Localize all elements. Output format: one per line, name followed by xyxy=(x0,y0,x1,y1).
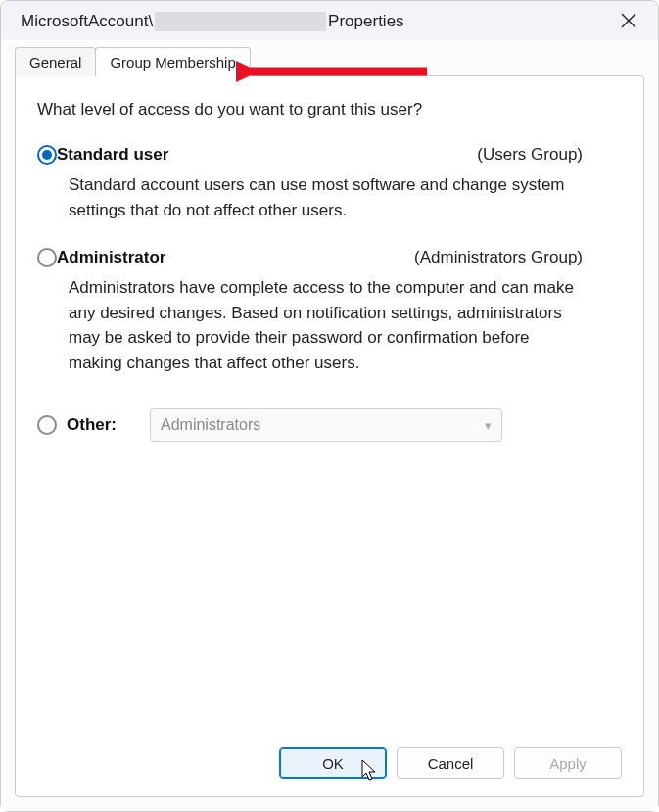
other-selected-value: Administrators xyxy=(161,416,260,434)
titlebar: MicrosoftAccount\ Properties xyxy=(1,1,658,40)
option-other: Other: Administrators ▾ xyxy=(37,408,622,442)
option-row: Standard user (Users Group) xyxy=(37,145,622,165)
radio-other[interactable] xyxy=(37,415,57,435)
close-icon xyxy=(621,13,636,28)
ok-button[interactable]: OK xyxy=(279,747,387,779)
tab-group-membership[interactable]: Group Membership xyxy=(95,47,250,77)
cancel-button[interactable]: Cancel xyxy=(397,747,504,779)
account-name-redacted xyxy=(155,12,326,31)
standard-user-description: Standard account users can use most soft… xyxy=(69,172,578,222)
administrator-group: (Administrators Group) xyxy=(414,248,622,267)
radio-administrator[interactable] xyxy=(37,248,57,267)
administrator-label: Administrator xyxy=(57,248,165,267)
option-row: Administrator (Administrators Group) xyxy=(37,248,622,267)
option-administrator: Administrator (Administrators Group) Adm… xyxy=(37,248,622,375)
chevron-down-icon: ▾ xyxy=(485,418,492,433)
apply-button: Apply xyxy=(514,747,622,779)
title-suffix: Properties xyxy=(328,12,403,31)
dialog-buttons: OK Cancel Apply xyxy=(37,734,622,779)
other-label: Other: xyxy=(67,415,117,435)
radio-standard-user[interactable] xyxy=(37,145,57,165)
tab-strip: General Group Membership xyxy=(15,46,644,76)
access-level-prompt: What level of access do you want to gran… xyxy=(37,100,622,119)
option-standard-user: Standard user (Users Group) Standard acc… xyxy=(37,145,622,222)
standard-user-label: Standard user xyxy=(57,145,168,165)
properties-dialog: MicrosoftAccount\ Properties General Gro… xyxy=(0,0,659,812)
administrator-description: Administrators have complete access to t… xyxy=(69,275,578,375)
tab-general[interactable]: General xyxy=(15,47,96,76)
other-group-dropdown[interactable]: Administrators ▾ xyxy=(150,408,502,442)
dialog-body: General Group Membership What level of a… xyxy=(1,40,658,811)
window-title: MicrosoftAccount\ Properties xyxy=(21,12,404,31)
group-membership-panel: What level of access do you want to gran… xyxy=(15,75,644,797)
standard-user-group: (Users Group) xyxy=(477,145,622,165)
title-prefix: MicrosoftAccount\ xyxy=(21,12,153,31)
close-button[interactable] xyxy=(613,9,644,34)
